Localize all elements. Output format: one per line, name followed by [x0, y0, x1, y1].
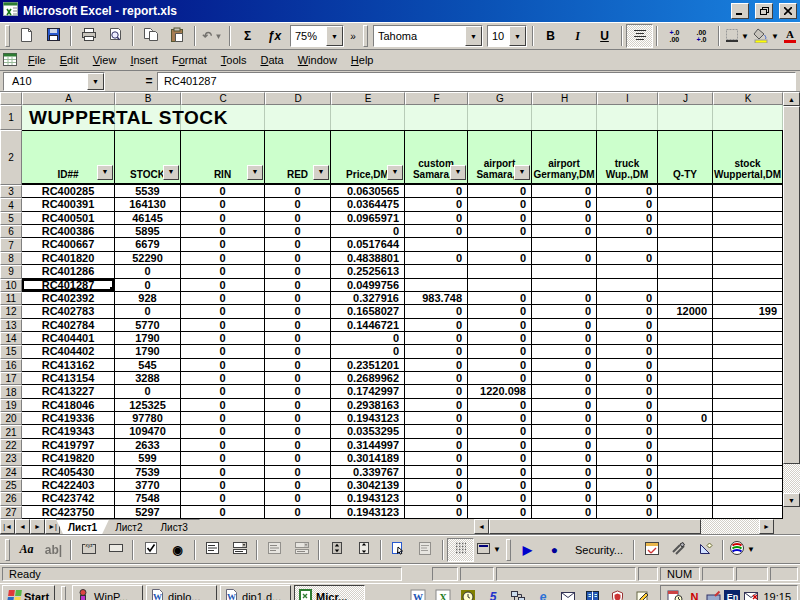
cell-C25[interactable]: 0 [181, 479, 265, 492]
cell-B8[interactable]: 52290 [115, 252, 181, 265]
combo-box-control[interactable] [226, 538, 253, 562]
column-header-A[interactable]: A [22, 92, 115, 105]
cell-I6[interactable]: 0 [597, 225, 658, 238]
row-header-5[interactable]: 5 [0, 212, 22, 225]
cell-B6[interactable]: 5895 [115, 225, 181, 238]
cell-H19[interactable]: 0 [532, 399, 597, 412]
cell-G19[interactable]: 0 [468, 399, 532, 412]
cell-A7[interactable]: RC400667 [22, 238, 115, 251]
cell-H20[interactable]: 0 [532, 412, 597, 425]
cell-I9[interactable] [597, 265, 658, 278]
cell-G16[interactable]: 0 [468, 359, 532, 372]
column-header-J[interactable]: J [658, 92, 713, 105]
cell-D18[interactable]: 0 [265, 385, 331, 398]
cell-B14[interactable]: 1790 [115, 332, 181, 345]
cell-K13[interactable] [713, 319, 783, 332]
cell-B19[interactable]: 125325 [115, 399, 181, 412]
decrease-decimal[interactable]: .00+.0 [688, 24, 715, 48]
cell-J2[interactable]: Q-TY [658, 130, 713, 185]
cell-B17[interactable]: 3288 [115, 372, 181, 385]
cell-K21[interactable] [713, 425, 783, 438]
cell-H9[interactable] [532, 265, 597, 278]
cell-G6[interactable]: 0 [468, 225, 532, 238]
cell-I3[interactable]: 0 [597, 185, 658, 198]
cell-G8[interactable]: 0 [468, 252, 532, 265]
cell-B7[interactable]: 6679 [115, 238, 181, 251]
cell-D1[interactable] [265, 105, 331, 130]
cell-D9[interactable]: 0 [265, 265, 331, 278]
cell-C5[interactable]: 0 [181, 212, 265, 225]
cell-F6[interactable]: 0 [405, 225, 468, 238]
cell-F18[interactable]: 0 [405, 385, 468, 398]
cell-B3[interactable]: 5539 [115, 185, 181, 198]
cell-B23[interactable]: 599 [115, 452, 181, 465]
cell-I26[interactable]: 0 [597, 492, 658, 505]
cell-C24[interactable]: 0 [181, 466, 265, 479]
cell-D22[interactable]: 0 [265, 439, 331, 452]
cell-E27[interactable]: 0.1943123 [331, 506, 405, 519]
cell-J27[interactable] [658, 506, 713, 519]
cell-F16[interactable]: 0 [405, 359, 468, 372]
new-workbook[interactable] [13, 24, 40, 48]
cell-I18[interactable]: 0 [597, 385, 658, 398]
cell-K14[interactable] [713, 332, 783, 345]
cell-E14[interactable]: 0 [331, 332, 405, 345]
cell-J20[interactable]: 0 [658, 412, 713, 425]
book-icon[interactable] [584, 588, 601, 600]
menu-item-format[interactable]: Format [165, 52, 214, 68]
cell-J22[interactable] [658, 439, 713, 452]
row-header-19[interactable]: 19 [0, 399, 22, 412]
cell-E6[interactable]: 0 [331, 225, 405, 238]
task-button-Micr[interactable]: Micr... [294, 585, 365, 600]
spinner-control[interactable] [323, 538, 350, 562]
pencil-icon[interactable] [634, 588, 651, 600]
cell-I1[interactable] [597, 105, 658, 130]
cell-K5[interactable] [713, 212, 783, 225]
menu-item-tools[interactable]: Tools [214, 52, 254, 68]
cell-F21[interactable]: 0 [405, 425, 468, 438]
toolbox[interactable] [665, 538, 692, 562]
cell-F25[interactable]: 0 [405, 479, 468, 492]
cell-F15[interactable]: 0 [405, 345, 468, 358]
cell-K4[interactable] [713, 198, 783, 211]
cell-C10[interactable]: 0 [181, 279, 265, 292]
tab-nav-next-sheet[interactable]: ► [30, 519, 45, 534]
cell-H23[interactable]: 0 [532, 452, 597, 465]
cell-D3[interactable]: 0 [265, 185, 331, 198]
cell-A13[interactable]: RC402784 [22, 319, 115, 332]
cell-E9[interactable]: 0.2525613 [331, 265, 405, 278]
cell-A15[interactable]: RC404402 [22, 345, 115, 358]
cell-B2[interactable]: STOCK▼ [115, 130, 181, 185]
cell-A2[interactable]: ID##▼ [22, 130, 115, 185]
row-header-20[interactable]: 20 [0, 412, 22, 425]
column-header-D[interactable]: D [265, 92, 331, 105]
scroll-up-button[interactable]: ▲ [783, 92, 800, 106]
cell-E17[interactable]: 0.2689962 [331, 372, 405, 385]
label-control[interactable]: Aa [13, 538, 40, 562]
sheet-tab-Лист2[interactable]: Лист2 [103, 519, 154, 534]
cell-B18[interactable]: 0 [115, 385, 181, 398]
cell-C15[interactable]: 0 [181, 345, 265, 358]
cell-D27[interactable]: 0 [265, 506, 331, 519]
row-header-17[interactable]: 17 [0, 372, 22, 385]
font-combo[interactable]: Tahoma▼ [373, 25, 483, 47]
cell-K25[interactable] [713, 479, 783, 492]
cell-C11[interactable]: 0 [181, 292, 265, 305]
cell-I2[interactable]: truck Wup.,DM [597, 130, 658, 185]
design-mode[interactable] [692, 538, 719, 562]
cell-C16[interactable]: 0 [181, 359, 265, 372]
cell-E23[interactable]: 0.3014189 [331, 452, 405, 465]
word-icon[interactable]: W [409, 588, 426, 600]
cell-G18[interactable]: 1220.098 [468, 385, 532, 398]
cell-G20[interactable]: 0 [468, 412, 532, 425]
shield-icon[interactable] [609, 588, 626, 600]
autofilter-dropdown-C[interactable]: ▼ [247, 165, 263, 180]
cell-B11[interactable]: 928 [115, 292, 181, 305]
cell-D11[interactable]: 0 [265, 292, 331, 305]
button-control[interactable] [102, 538, 129, 562]
clock-icon[interactable] [459, 588, 476, 600]
cell-I15[interactable]: 0 [597, 345, 658, 358]
row-header-14[interactable]: 14 [0, 332, 22, 345]
cell-G12[interactable]: 0 [468, 305, 532, 318]
cell-F7[interactable] [405, 238, 468, 251]
